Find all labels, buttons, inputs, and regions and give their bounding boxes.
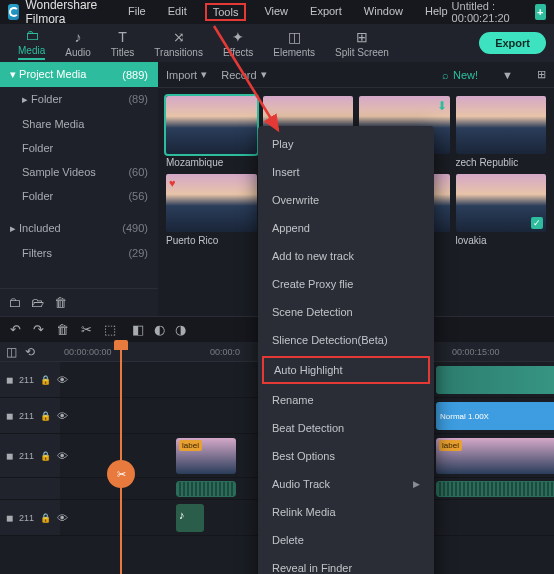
ctx-rename[interactable]: Rename [258, 386, 434, 414]
sparkle-icon: ✦ [232, 29, 244, 45]
ctx-insert[interactable]: Insert [258, 158, 434, 186]
delete-icon[interactable]: 🗑 [56, 322, 69, 337]
doc-title: Untitled : 00:00:21:20 [452, 0, 527, 24]
search[interactable]: ⌕ New! [442, 69, 478, 81]
sidebar-filters[interactable]: Filters(29) [0, 241, 158, 265]
shapes-icon: ◫ [288, 29, 301, 45]
trash-icon[interactable]: 🗑 [54, 295, 67, 310]
track-toggle[interactable]: ◼ [6, 411, 13, 421]
split-marker[interactable]: ✂ [107, 460, 135, 488]
ctx-bestopt[interactable]: Best Options [258, 442, 434, 470]
lock-icon[interactable]: 🔒 [40, 375, 51, 385]
sound-clip[interactable] [176, 504, 204, 532]
sidebar-item[interactable]: Folder [0, 136, 158, 160]
text-icon: T [118, 29, 127, 45]
tool-icon[interactable]: ◐ [154, 322, 165, 337]
menu-tools[interactable]: Tools [205, 3, 247, 21]
redo-icon[interactable]: ↷ [33, 322, 44, 337]
timeline-clip[interactable]: Normal 1.00X [436, 402, 554, 430]
check-icon: ✓ [531, 217, 543, 229]
new-project-button[interactable]: + [535, 4, 546, 20]
tab-media[interactable]: 🗀Media [8, 25, 55, 62]
app-logo [8, 4, 19, 20]
eye-icon[interactable]: 👁 [57, 410, 68, 422]
eye-icon[interactable]: 👁 [57, 512, 68, 524]
eye-icon[interactable]: 👁 [57, 374, 68, 386]
tab-elements[interactable]: ◫Elements [263, 27, 325, 60]
sidebar-included[interactable]: ▸ Included(490) [0, 216, 158, 241]
add-folder-icon[interactable]: 🗀 [8, 295, 21, 310]
new-folder-icon[interactable]: 🗁 [31, 295, 44, 310]
ctx-overwrite[interactable]: Overwrite [258, 186, 434, 214]
timeline-clip[interactable]: label [436, 438, 554, 474]
chevron-down-icon: ▾ [10, 68, 16, 80]
ctx-newtrack[interactable]: Add to new track [258, 242, 434, 270]
ctx-proxy[interactable]: Create Proxy flie [258, 270, 434, 298]
app-name: Wondershare Filmora [25, 0, 108, 26]
grid-icon: ⊞ [356, 29, 368, 45]
sidebar-item[interactable]: ▸ Folder(89) [0, 87, 158, 112]
crop-icon[interactable]: ⬚ [104, 322, 116, 337]
audio-clip[interactable] [436, 481, 554, 497]
tab-effects[interactable]: ✦Effects [213, 27, 263, 60]
export-button[interactable]: Export [479, 32, 546, 54]
menu-help[interactable]: Help [421, 3, 452, 21]
download-icon: ⬇ [437, 99, 447, 113]
music-icon: ♪ [75, 29, 82, 45]
snap-icon[interactable]: ◫ [6, 345, 17, 359]
link-icon[interactable]: ⟲ [25, 345, 35, 359]
menu-export[interactable]: Export [306, 3, 346, 21]
sidebar-item[interactable]: Sample Videos(60) [0, 160, 158, 184]
tab-transitions[interactable]: ⤨Transitions [144, 27, 213, 60]
ctx-auto-highlight[interactable]: Auto Highlight [262, 356, 430, 384]
track-toggle[interactable]: ◼ [6, 451, 13, 461]
tool-icon[interactable]: ◑ [175, 322, 186, 337]
tab-audio[interactable]: ♪Audio [55, 27, 101, 60]
media-thumb[interactable]: ✓lovakia [456, 174, 547, 246]
tool-icon[interactable]: ◧ [132, 322, 144, 337]
lock-icon[interactable]: 🔒 [40, 513, 51, 523]
sidebar-item[interactable]: Share Media [0, 112, 158, 136]
menu-edit[interactable]: Edit [164, 3, 191, 21]
ctx-scene[interactable]: Scene Detection [258, 298, 434, 326]
menu-file[interactable]: File [124, 3, 150, 21]
grid-view-icon[interactable]: ⊞ [537, 68, 546, 81]
context-menu: Play Insert Overwrite Append Add to new … [258, 126, 434, 574]
cut-icon[interactable]: ✂ [81, 322, 92, 337]
track-toggle[interactable]: ◼ [6, 513, 13, 523]
sidebar-header[interactable]: ▾ Project Media (889) [0, 62, 158, 87]
ctx-append[interactable]: Append [258, 214, 434, 242]
folder-icon: 🗀 [25, 27, 39, 43]
import-dropdown[interactable]: Import ▾ [166, 68, 207, 81]
track-toggle[interactable]: ◼ [6, 375, 13, 385]
ctx-audiotrack[interactable]: Audio Track▶ [258, 470, 434, 498]
undo-icon[interactable]: ↶ [10, 322, 21, 337]
search-icon: ⌕ [442, 69, 449, 81]
media-thumb[interactable]: zech Republic [456, 96, 547, 168]
ctx-beat[interactable]: Beat Detection [258, 414, 434, 442]
ctx-play[interactable]: Play [258, 130, 434, 158]
ctx-delete[interactable]: Delete [258, 526, 434, 554]
chevron-down-icon: ▾ [201, 68, 207, 81]
lock-icon[interactable]: 🔒 [40, 411, 51, 421]
menu-view[interactable]: View [260, 3, 292, 21]
lock-icon[interactable]: 🔒 [40, 451, 51, 461]
timeline-clip[interactable] [436, 366, 554, 394]
chevron-right-icon: ▶ [413, 479, 420, 489]
media-thumb[interactable]: Mozambique [166, 96, 257, 168]
timeline-clip[interactable]: label [176, 438, 236, 474]
tab-split[interactable]: ⊞Split Screen [325, 27, 399, 60]
record-dropdown[interactable]: Record ▾ [221, 68, 266, 81]
filter-icon[interactable]: ▼ [502, 69, 513, 81]
ctx-reveal[interactable]: Reveal in Finder [258, 554, 434, 574]
menu-window[interactable]: Window [360, 3, 407, 21]
ctx-silence[interactable]: Slience Detection(Beta) [258, 326, 434, 354]
tab-titles[interactable]: TTitles [101, 27, 145, 60]
media-thumb[interactable]: ♥Puerto Rico [166, 174, 257, 246]
eye-icon[interactable]: 👁 [57, 450, 68, 462]
audio-clip[interactable] [176, 481, 236, 497]
transition-icon: ⤨ [173, 29, 185, 45]
chevron-down-icon: ▾ [261, 68, 267, 81]
sidebar-item[interactable]: Folder(56) [0, 184, 158, 208]
ctx-relink[interactable]: Relink Media [258, 498, 434, 526]
